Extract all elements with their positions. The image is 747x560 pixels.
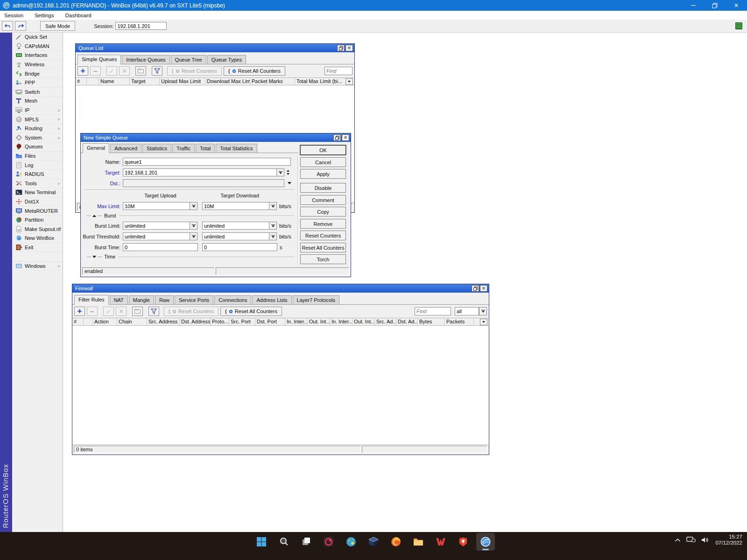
burst-time-download-input[interactable] bbox=[202, 243, 277, 251]
tab-statistics[interactable]: Statistics bbox=[142, 144, 171, 153]
sidebar-item-log[interactable]: Log bbox=[12, 161, 63, 170]
restore-icon[interactable] bbox=[333, 134, 341, 141]
column-src-address-list[interactable]: Src. Ad... bbox=[375, 318, 396, 325]
comment-button[interactable]: Comment bbox=[300, 195, 346, 205]
filter-button[interactable] bbox=[152, 66, 162, 76]
torch-button[interactable]: Torch bbox=[300, 254, 346, 264]
sidebar-item-wireless[interactable]: Wireless bbox=[12, 60, 63, 70]
column-in-interface[interactable]: In. Inter... bbox=[285, 318, 308, 325]
burst-threshold-upload-dropdown[interactable] bbox=[190, 232, 197, 240]
undo-button[interactable] bbox=[2, 21, 13, 31]
tab-advanced[interactable]: Advanced bbox=[110, 144, 141, 153]
target-spinner[interactable] bbox=[287, 170, 289, 175]
virtualbox-app[interactable] bbox=[364, 533, 383, 551]
comment-button[interactable] bbox=[135, 66, 146, 76]
sidebar-item-bridge[interactable]: Bridge bbox=[12, 69, 63, 78]
column-number[interactable]: # bbox=[72, 318, 84, 325]
brave-app[interactable] bbox=[454, 533, 472, 551]
reset-counters-button[interactable]: ( Reset Counters bbox=[164, 307, 218, 316]
column-packet-marks[interactable]: Packet Marks bbox=[250, 78, 295, 85]
tab-raw[interactable]: Raw bbox=[155, 295, 174, 304]
disable-button[interactable]: × bbox=[116, 307, 127, 316]
tab-total[interactable]: Total bbox=[196, 144, 215, 153]
restore-icon[interactable] bbox=[472, 285, 479, 292]
session-input[interactable] bbox=[115, 22, 167, 30]
tab-mangle[interactable]: Mangle bbox=[129, 295, 154, 304]
column-in-interface-list[interactable]: In. Inter... bbox=[330, 318, 352, 325]
sidebar-item-switch[interactable]: Switch bbox=[12, 88, 63, 97]
remove-button[interactable]: − bbox=[90, 66, 101, 76]
column-flags[interactable] bbox=[84, 318, 93, 325]
reset-all-counters-button[interactable]: Reset All Counters bbox=[300, 243, 346, 252]
sidebar-item-dot1x[interactable]: Dot1X bbox=[12, 197, 63, 207]
filter-button[interactable] bbox=[148, 307, 159, 316]
tab-connections[interactable]: Connections bbox=[214, 295, 251, 304]
burst-limit-upload-input[interactable] bbox=[123, 222, 190, 230]
chain-filter-dropdown[interactable] bbox=[479, 307, 487, 315]
dialog-titlebar[interactable]: New Simple Queue × bbox=[81, 133, 351, 142]
sidebar-item-system[interactable]: System ▹ bbox=[12, 133, 63, 143]
firewall-titlebar[interactable]: Firewall × bbox=[72, 284, 489, 293]
tab-queue-types[interactable]: Queue Types bbox=[207, 55, 246, 64]
max-limit-download-dropdown[interactable] bbox=[269, 202, 277, 210]
close-button[interactable]: × bbox=[726, 0, 747, 11]
disable-button[interactable]: × bbox=[119, 66, 130, 76]
sidebar-item-tools[interactable]: Tools ▹ bbox=[12, 179, 63, 189]
sidebar-item-mesh[interactable]: Mesh bbox=[12, 97, 63, 106]
close-icon[interactable]: × bbox=[480, 285, 487, 292]
tab-queue-tree[interactable]: Queue Tree bbox=[171, 55, 206, 64]
copy-button[interactable]: Copy bbox=[300, 207, 346, 217]
remove-button[interactable]: − bbox=[87, 307, 98, 316]
queue-list-titlebar[interactable]: Queue List × bbox=[76, 44, 354, 52]
sidebar-item-queues[interactable]: Queues bbox=[12, 142, 63, 152]
redo-button[interactable] bbox=[15, 21, 26, 31]
wps-office-app[interactable] bbox=[431, 533, 450, 551]
time-section-header[interactable]: Time bbox=[85, 254, 295, 259]
sidebar-item-make-supout[interactable]: Make Supout.rif bbox=[12, 224, 63, 234]
taskbar-clock[interactable]: 15:27 07/12/2022 bbox=[715, 534, 742, 546]
column-protocol[interactable]: Proto... bbox=[211, 318, 229, 325]
winbox-app[interactable] bbox=[476, 533, 495, 551]
reset-counters-button[interactable]: Reset Counters bbox=[300, 231, 346, 240]
close-icon[interactable]: × bbox=[342, 134, 349, 141]
burst-threshold-download-dropdown[interactable] bbox=[269, 232, 277, 240]
sidebar-item-exit[interactable]: Exit bbox=[12, 243, 63, 252]
max-limit-download-input[interactable] bbox=[202, 202, 269, 210]
max-limit-upload-dropdown[interactable] bbox=[190, 202, 197, 210]
enable-button[interactable]: ✓ bbox=[103, 307, 114, 316]
ok-button[interactable]: OK bbox=[300, 145, 346, 155]
column-bytes[interactable]: Bytes bbox=[418, 318, 445, 325]
column-src-address[interactable]: Src. Address bbox=[147, 318, 180, 325]
max-limit-upload-input[interactable] bbox=[123, 202, 190, 210]
menu-settings[interactable]: Settings bbox=[35, 13, 54, 18]
reset-all-counters-button[interactable]: ( Reset All Counters bbox=[220, 307, 282, 316]
firefox-app[interactable] bbox=[387, 533, 405, 551]
enable-button[interactable]: ✓ bbox=[106, 66, 117, 76]
dst-dropdown-icon[interactable] bbox=[288, 182, 291, 184]
comment-button[interactable] bbox=[132, 307, 143, 316]
search-button[interactable] bbox=[275, 533, 293, 551]
sidebar-item-partition[interactable]: Partition bbox=[12, 216, 63, 225]
burst-time-upload-input[interactable] bbox=[123, 243, 198, 251]
menu-session[interactable]: Session bbox=[4, 13, 23, 18]
tab-service-ports[interactable]: Service Ports bbox=[175, 295, 213, 304]
dst-input[interactable] bbox=[123, 179, 284, 187]
column-number[interactable]: # bbox=[76, 78, 87, 85]
restore-icon[interactable] bbox=[337, 45, 345, 51]
column-dst-port[interactable]: Dst. Port bbox=[255, 318, 285, 325]
burst-limit-download-input[interactable] bbox=[202, 222, 269, 230]
apply-button[interactable]: Apply bbox=[300, 169, 346, 179]
sidebar-item-ppp[interactable]: PPP bbox=[12, 78, 63, 88]
column-src-port[interactable]: Src. Port bbox=[229, 318, 255, 325]
sidebar-item-ip[interactable]: 255 IP ▹ bbox=[12, 106, 63, 115]
volume-icon[interactable] bbox=[701, 537, 710, 543]
tab-total-statistics[interactable]: Total Statistics bbox=[216, 144, 257, 153]
tab-nat[interactable]: NAT bbox=[110, 295, 128, 304]
sidebar-item-windows[interactable]: Windows ▹ bbox=[12, 261, 63, 271]
tab-general[interactable]: General bbox=[83, 143, 109, 153]
hidden-icons-chevron[interactable] bbox=[675, 538, 681, 542]
sidebar-item-interfaces[interactable]: Interfaces bbox=[12, 51, 63, 60]
cancel-button[interactable]: Cancel bbox=[300, 157, 346, 167]
find-input[interactable] bbox=[324, 67, 352, 75]
restore-button[interactable] bbox=[704, 0, 726, 11]
